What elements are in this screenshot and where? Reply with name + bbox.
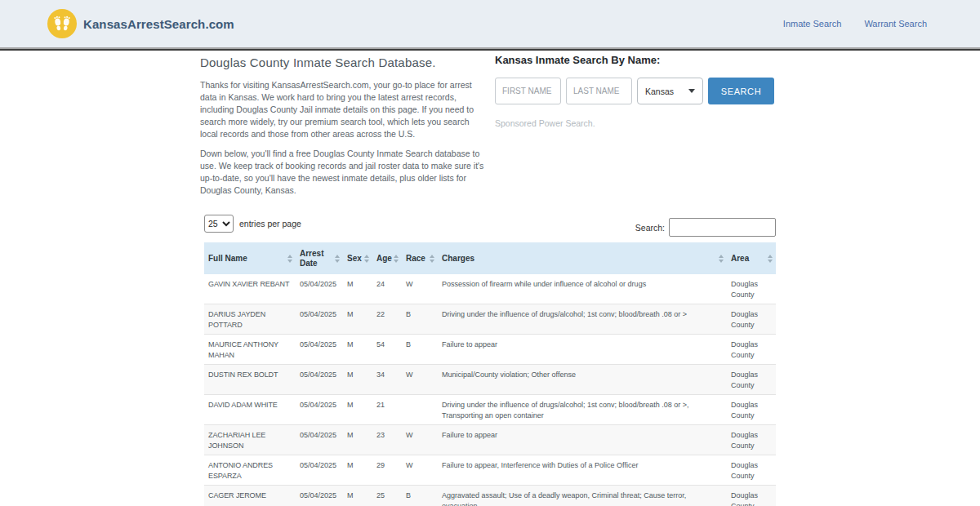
cell-age: 29 [372,455,402,485]
cell-age: 22 [372,304,402,334]
sort-icon [287,255,292,263]
cell-sex: M [343,395,372,424]
cell-race: W [402,425,438,455]
search-box-heading: Kansas Inmate Search By Name: [495,54,777,66]
cell-charges: Aggravated assault; Use of a deadly weap… [438,486,727,506]
page-title: Douglas County Inmate Search Database. [200,55,484,69]
cell-area: Douglas County [727,486,776,506]
cell-charges: Failure to appear [438,425,727,455]
cell-sex: M [343,425,372,455]
sort-icon [364,255,369,263]
sponsored-note: Sponsored Power Search. [495,118,777,128]
cell-age: 54 [372,335,402,364]
cell-charges: Driving under the influence of drugs/alc… [438,304,727,334]
cell-area: Douglas County [727,395,776,424]
cell-arrest-date: 05/04/2025 [296,395,343,424]
nav-warrant-search[interactable]: Warrant Search [864,19,927,29]
cell-race: W [402,455,438,485]
cell-charges: Possession of firearm while under influe… [438,274,727,304]
cell-full-name: GAVIN XAVIER REBANT [204,274,296,304]
nav-inmate-search[interactable]: Inmate Search [783,19,842,29]
inmates-table: Full NameArrest DateSexAgeRaceChargesAre… [204,242,776,506]
sort-icon [768,255,773,263]
sort-icon [335,255,340,263]
entries-per-page-control: 25 entries per page [204,215,301,233]
column-label: Full Name [208,254,247,264]
cell-sex: M [343,304,372,334]
table-search-label: Search: [635,223,665,233]
intro-section: Douglas County Inmate Search Database. T… [200,55,484,204]
cell-race: B [402,335,438,364]
cell-sex: M [343,365,372,394]
cell-full-name: ANTONIO ANDRES ESPARZA [204,455,296,485]
table-search-control: Search: [635,218,776,237]
cell-arrest-date: 05/04/2025 [296,365,343,394]
column-header-area[interactable]: Area [727,242,776,274]
cell-sex: M [343,486,372,506]
cell-area: Douglas County [727,304,776,334]
cell-full-name: CAGER JEROME [204,486,296,506]
cell-arrest-date: 05/04/2025 [296,335,343,364]
inmate-search-box: Kansas Inmate Search By Name: Kansas SEA… [495,54,777,128]
intro-paragraph-1: Thanks for visiting KansasArrestSearch.c… [200,79,484,140]
last-name-input[interactable] [566,78,632,104]
page-size-select[interactable]: 25 [204,215,234,233]
chevron-down-icon [688,89,695,93]
sort-icon [719,255,724,263]
table-header-row: Full NameArrest DateSexAgeRaceChargesAre… [204,242,776,274]
cell-arrest-date: 05/04/2025 [296,304,343,334]
column-header-charges[interactable]: Charges [438,242,727,274]
column-header-full-name[interactable]: Full Name [204,242,296,274]
cell-arrest-date: 05/04/2025 [296,486,343,506]
column-header-race[interactable]: Race [402,242,438,274]
cell-sex: M [343,455,372,485]
state-select[interactable]: Kansas [637,78,703,104]
table-row: DUSTIN REX BOLDT05/04/2025M34WMunicipal/… [204,365,776,395]
column-header-sex[interactable]: Sex [343,242,372,274]
column-label: Race [406,254,425,264]
table-search-input[interactable] [669,218,776,237]
cell-age: 34 [372,365,402,394]
cell-area: Douglas County [727,274,776,304]
brand[interactable]: KansasArrestSearch.com [47,9,234,38]
table-body: GAVIN XAVIER REBANT05/04/2025M24WPossess… [204,274,776,506]
table-row: MAURICE ANTHONY MAHAN05/04/2025M54BFailu… [204,335,776,365]
column-label: Age [376,254,392,264]
cell-full-name: ZACHARIAH LEE JOHNSON [204,425,296,455]
cell-charges: Driving under the influence of drugs/alc… [438,395,727,424]
entries-per-page-label: entries per page [239,219,301,229]
cell-full-name: MAURICE ANTHONY MAHAN [204,335,296,364]
site-header: KansasArrestSearch.com Inmate Search War… [0,0,980,49]
table-row: DARIUS JAYDEN POTTARD05/04/2025M22BDrivi… [204,304,776,335]
cell-arrest-date: 05/04/2025 [296,425,343,455]
cell-charges: Municipal/County violation; Other offens… [438,365,727,394]
column-header-arrest-date[interactable]: Arrest Date [296,242,343,274]
footprints-logo-icon [47,9,77,38]
cell-race: W [402,365,438,394]
cell-race [402,395,438,424]
sort-icon [430,255,434,263]
first-name-input[interactable] [495,78,561,104]
table-row: ANTONIO ANDRES ESPARZA05/04/2025M29WFail… [204,455,776,486]
table-row: GAVIN XAVIER REBANT05/04/2025M24WPossess… [204,274,776,304]
cell-age: 25 [372,486,402,506]
cell-full-name: DARIUS JAYDEN POTTARD [204,304,296,334]
cell-race: W [402,274,438,304]
column-label: Charges [442,254,474,264]
table-row: DAVID ADAM WHITE05/04/2025M21Driving und… [204,395,776,425]
intro-paragraph-2: Down below, you'll find a free Douglas C… [200,148,484,197]
column-label: Area [731,254,749,264]
cell-arrest-date: 05/04/2025 [296,274,343,304]
cell-age: 23 [372,425,402,455]
table-row: ZACHARIAH LEE JOHNSON05/04/2025M23WFailu… [204,425,776,455]
search-button[interactable]: SEARCH [708,78,774,104]
cell-area: Douglas County [727,425,776,455]
cell-age: 21 [372,395,402,424]
main-nav: Inmate Search Warrant Search [783,19,927,29]
table-row: CAGER JEROME05/04/2025M25BAggravated ass… [204,486,776,506]
sort-icon [394,255,399,263]
column-label: Sex [347,254,362,264]
column-header-age[interactable]: Age [372,242,402,274]
cell-race: B [402,304,438,334]
cell-area: Douglas County [727,335,776,364]
